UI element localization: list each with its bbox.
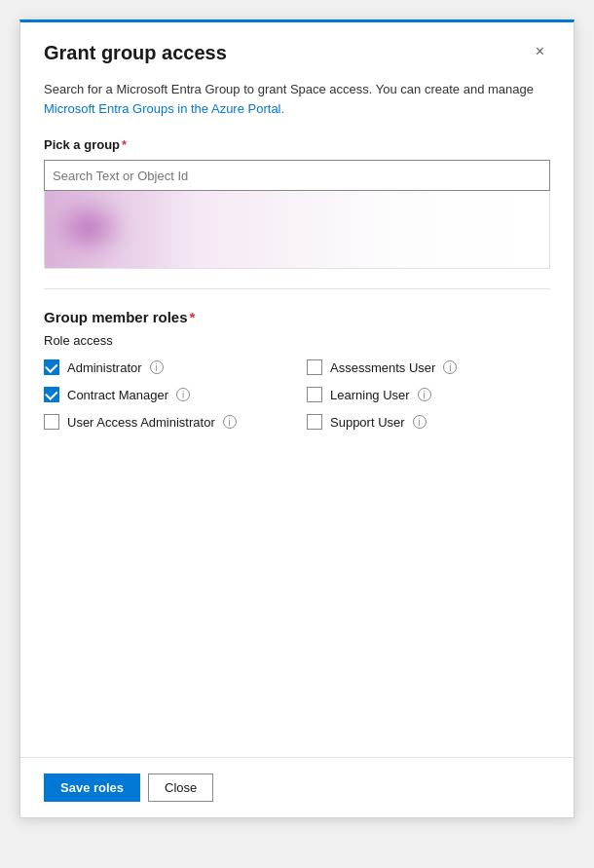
required-star-group: * [122, 137, 127, 152]
modal-overlay: Grant group access × Search for a Micros… [0, 0, 594, 868]
info-icon-user-access-administrator[interactable]: i [223, 415, 237, 429]
role-item-learning-user: Learning User i [307, 387, 550, 402]
role-label-support-user: Support User [330, 415, 405, 430]
pick-group-label: Pick a group* [44, 137, 550, 152]
pick-group-label-text: Pick a group [44, 137, 120, 152]
roles-title-text: Group member roles [44, 309, 188, 325]
modal-footer: Save roles Close [20, 757, 574, 817]
roles-grid: Administrator i Assessments User i Contr… [44, 359, 550, 430]
group-preview-blob [55, 201, 123, 254]
info-icon-learning-user[interactable]: i [418, 388, 431, 401]
role-label-assessments-user: Assessments User [330, 360, 435, 375]
roles-section-title: Group member roles* [44, 309, 550, 325]
role-item-support-user: Support User i [307, 414, 550, 430]
close-button-footer[interactable]: Close [148, 774, 213, 802]
description-text: Search for a Microsoft Entra Group to gr… [44, 80, 550, 118]
role-item-contract-manager: Contract Manager i [44, 387, 287, 402]
info-icon-contract-manager[interactable]: i [176, 388, 190, 401]
info-icon-administrator[interactable]: i [150, 360, 164, 374]
grant-group-access-modal: Grant group access × Search for a Micros… [19, 19, 575, 818]
role-item-administrator: Administrator i [44, 359, 287, 375]
role-item-assessments-user: Assessments User i [307, 359, 550, 375]
info-icon-assessments-user[interactable]: i [443, 360, 457, 374]
roles-section: Group member roles* Role access Administ… [44, 309, 550, 430]
role-label-contract-manager: Contract Manager [67, 388, 168, 402]
checkbox-learning-user[interactable] [307, 387, 322, 402]
save-roles-button[interactable]: Save roles [44, 774, 140, 802]
role-item-user-access-administrator: User Access Administrator i [44, 414, 287, 430]
role-label-administrator: Administrator [67, 360, 142, 375]
role-label-user-access-administrator: User Access Administrator [67, 415, 215, 430]
entra-groups-link[interactable]: Microsoft Entra Groups in the Azure Port… [44, 101, 284, 116]
modal-title: Grant group access [44, 42, 227, 64]
checkbox-assessments-user[interactable] [307, 359, 322, 375]
role-access-label: Role access [44, 333, 550, 348]
body-spacer [20, 593, 574, 757]
checkbox-contract-manager[interactable] [44, 387, 59, 402]
description-static-text: Search for a Microsoft Entra Group to gr… [44, 82, 534, 96]
close-button-header[interactable]: × [530, 42, 550, 61]
role-label-learning-user: Learning User [330, 388, 410, 402]
modal-header: Grant group access × [20, 22, 574, 80]
section-divider [44, 288, 550, 289]
required-star-roles: * [190, 309, 196, 325]
group-search-input[interactable] [44, 160, 550, 191]
checkbox-administrator[interactable] [44, 359, 59, 375]
checkbox-support-user[interactable] [307, 414, 322, 430]
checkbox-user-access-administrator[interactable] [44, 414, 59, 430]
modal-body: Search for a Microsoft Entra Group to gr… [20, 80, 574, 593]
group-preview-area [44, 191, 550, 269]
info-icon-support-user[interactable]: i [413, 415, 427, 429]
